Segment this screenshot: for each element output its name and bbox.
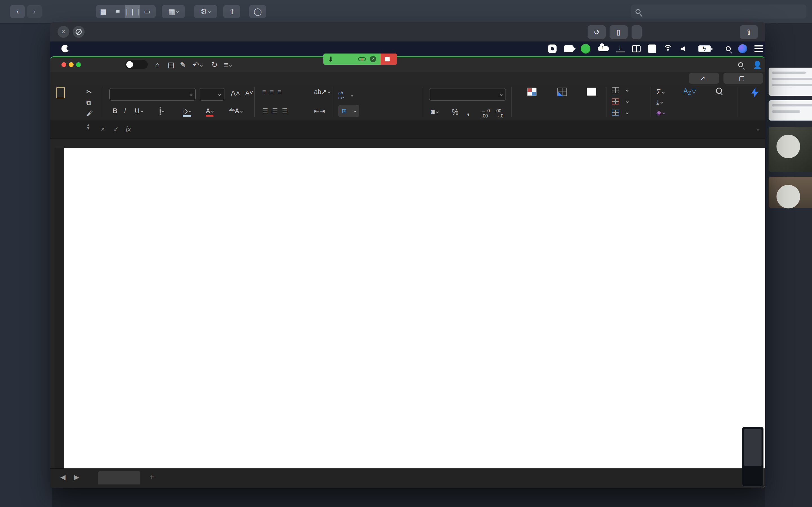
decrease-decimal-icon[interactable]: ←.0.00 xyxy=(481,108,490,119)
cloud-upload-icon[interactable] xyxy=(598,46,609,51)
font-name-select[interactable] xyxy=(109,88,196,101)
recorded-screen: ϟ ⌂ ▤ ✎ ↶ ↻ xyxy=(50,42,765,488)
minimize-traffic-light[interactable] xyxy=(69,62,73,67)
cell-styles-button[interactable] xyxy=(579,88,604,98)
security-shield-icon[interactable]: ✓ xyxy=(370,56,376,62)
list-view-icon[interactable]: ≡ xyxy=(110,5,125,18)
ideas-button[interactable] xyxy=(743,88,765,100)
comments-button[interactable]: ▢ xyxy=(723,73,763,83)
merge-center-button[interactable]: ⊞ xyxy=(338,105,359,117)
close-icon[interactable]: × xyxy=(57,26,69,38)
insert-cells-button[interactable] xyxy=(612,87,628,93)
wifi-icon[interactable] xyxy=(664,45,673,52)
fill-down-icon[interactable]: ⤓ xyxy=(656,98,663,106)
share-button[interactable]: ⇧ xyxy=(223,5,240,18)
zoom-traffic-light[interactable] xyxy=(76,62,81,67)
cancel-icon[interactable]: × xyxy=(101,123,105,135)
format-painter-icon[interactable]: 🖌 xyxy=(86,110,93,117)
number-format-select[interactable] xyxy=(429,88,506,101)
gallery-view-icon[interactable]: ▭ xyxy=(140,5,154,18)
spotlight-icon[interactable] xyxy=(726,46,731,51)
wrap-text-button[interactable]: abc↩ xyxy=(338,91,353,100)
bold-button[interactable]: B xyxy=(113,107,117,115)
borders-button[interactable] xyxy=(160,107,164,115)
delete-cells-button[interactable] xyxy=(612,98,628,105)
format-as-table-button[interactable] xyxy=(548,88,577,98)
name-box-spinner[interactable]: ▲▼ xyxy=(86,123,90,135)
share-icon[interactable]: ⇧ xyxy=(740,25,758,39)
print-icon[interactable]: ✎ xyxy=(180,61,186,69)
orientation-icon[interactable]: ab↗ xyxy=(314,88,330,96)
decrease-font-icon[interactable]: A˅ xyxy=(245,89,253,97)
camera-icon[interactable] xyxy=(564,45,573,52)
input-source-icon[interactable] xyxy=(648,45,656,53)
autosum-icon[interactable]: Σ xyxy=(656,88,664,96)
row-headers[interactable] xyxy=(54,148,64,468)
notification-center-icon[interactable] xyxy=(755,45,763,52)
siri-icon[interactable] xyxy=(738,44,747,53)
volume-icon[interactable] xyxy=(680,46,685,51)
search-input[interactable] xyxy=(631,4,806,18)
icon-view-grid-icon[interactable]: ▦ xyxy=(96,5,110,18)
clear-icon[interactable] xyxy=(73,26,85,38)
increase-font-icon[interactable]: A˄ xyxy=(231,89,240,98)
cut-icon[interactable]: ✂ xyxy=(86,88,92,96)
clear-format-button[interactable]: abcA xyxy=(229,107,243,115)
trim-icon[interactable]: ▯ xyxy=(610,25,627,39)
share-workbook-button[interactable]: ↗ xyxy=(689,73,719,83)
close-traffic-light[interactable] xyxy=(61,62,66,67)
align-left-icon[interactable]: ☰ ☰ ☰ xyxy=(262,107,289,115)
comma-icon[interactable]: , xyxy=(467,107,469,117)
tags-button[interactable]: ◯ xyxy=(249,5,266,18)
indent-icon[interactable]: ⇤⇥ xyxy=(314,107,325,115)
window-manager-icon[interactable] xyxy=(632,45,641,52)
redo-icon[interactable]: ↻ xyxy=(211,61,218,69)
desktop: ‹ › ▦ ≡ ❘❘❘ ▭ ▦ ⚙ ⇧ ◯ × xyxy=(0,0,812,507)
find-select-button[interactable] xyxy=(707,88,734,94)
conditional-format-button[interactable] xyxy=(518,88,545,98)
font-size-select[interactable] xyxy=(200,88,224,101)
sort-filter-button[interactable]: AZ▽ xyxy=(674,88,705,96)
download-icon[interactable] xyxy=(616,45,625,52)
enter-icon[interactable]: ✓ xyxy=(113,123,119,135)
column-view-icon[interactable]: ❘❘❘ xyxy=(125,5,140,18)
function-icon[interactable]: fx xyxy=(126,123,131,135)
font-color-button[interactable]: A xyxy=(206,107,213,117)
view-switcher[interactable]: ▦ ≡ ❘❘❘ ▭ xyxy=(96,5,156,18)
accounting-format-icon[interactable]: ◙ xyxy=(431,108,438,115)
fill-color-button[interactable]: ◇ xyxy=(183,107,191,117)
search-icon[interactable] xyxy=(738,61,747,69)
clear-icon[interactable]: ◈ xyxy=(656,109,665,117)
copy-icon[interactable]: ⧉ xyxy=(86,99,91,107)
more-commands-icon[interactable]: ≡ xyxy=(224,61,232,69)
excel-titlebar: ⌂ ▤ ✎ ↶ ↻ ≡ 👤 xyxy=(50,57,765,72)
action-gear-button[interactable]: ⚙ xyxy=(194,5,217,18)
undo-icon[interactable]: ↶ xyxy=(193,61,202,69)
sheet-tab-wbs[interactable] xyxy=(98,471,140,485)
stop-share-button[interactable] xyxy=(380,54,397,65)
percent-icon[interactable]: % xyxy=(452,108,458,117)
rotate-icon[interactable]: ↺ xyxy=(588,25,606,39)
group-by-button[interactable]: ▦ xyxy=(162,5,185,18)
apple-logo-icon[interactable] xyxy=(61,45,69,52)
home-icon[interactable]: ⌂ xyxy=(155,61,160,69)
autosave-toggle[interactable] xyxy=(125,60,148,69)
save-icon[interactable]: ▤ xyxy=(167,61,174,69)
mini-floating-window[interactable] xyxy=(742,427,763,487)
italic-button[interactable]: I xyxy=(124,107,126,115)
formula-expand-icon[interactable] xyxy=(756,123,759,135)
forward-button[interactable]: › xyxy=(27,5,42,18)
increase-decimal-icon[interactable]: .00→.0 xyxy=(495,108,503,119)
stop-recording-icon[interactable] xyxy=(548,45,557,53)
next-sheet-icon[interactable]: ▶ xyxy=(74,473,79,481)
paste-button[interactable] xyxy=(56,87,65,100)
format-cells-button[interactable] xyxy=(612,110,628,116)
share-user-icon[interactable]: 👤 xyxy=(753,61,762,69)
prev-sheet-icon[interactable]: ◀ xyxy=(60,473,65,481)
line-app-icon[interactable] xyxy=(581,44,591,54)
name-box[interactable] xyxy=(54,123,86,135)
back-button[interactable]: ‹ xyxy=(10,5,25,18)
align-top-icon[interactable]: ≡ ≡ ≡ xyxy=(262,88,283,96)
underline-button[interactable]: U xyxy=(135,107,143,115)
open-in-quicktime-button[interactable] xyxy=(631,25,642,39)
